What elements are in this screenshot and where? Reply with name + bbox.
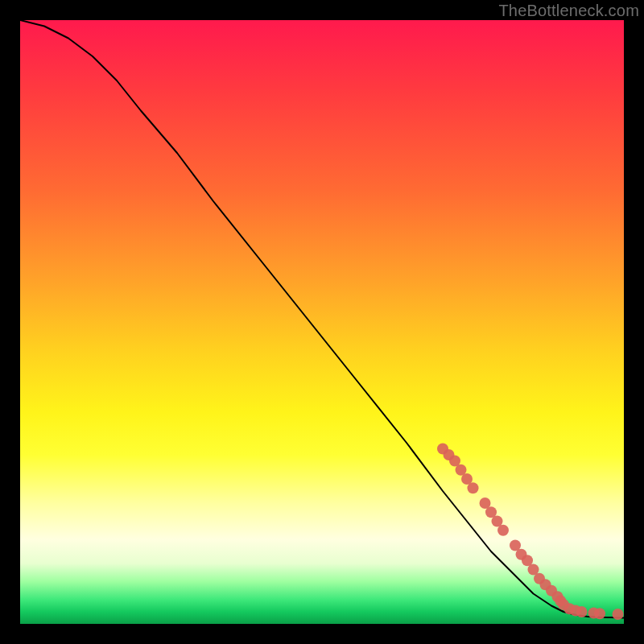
scatter-point — [594, 608, 605, 619]
curve-line — [20, 20, 624, 618]
scatter-points — [437, 444, 624, 621]
curve-path — [20, 20, 624, 618]
scatter-point — [576, 606, 588, 617]
scatter-point — [497, 525, 509, 536]
scatter-point — [468, 482, 479, 493]
scatter-point — [613, 609, 624, 620]
chart-overlay — [20, 20, 624, 624]
plot-area — [20, 20, 624, 624]
watermark-text: TheBottleneck.com — [498, 2, 639, 20]
